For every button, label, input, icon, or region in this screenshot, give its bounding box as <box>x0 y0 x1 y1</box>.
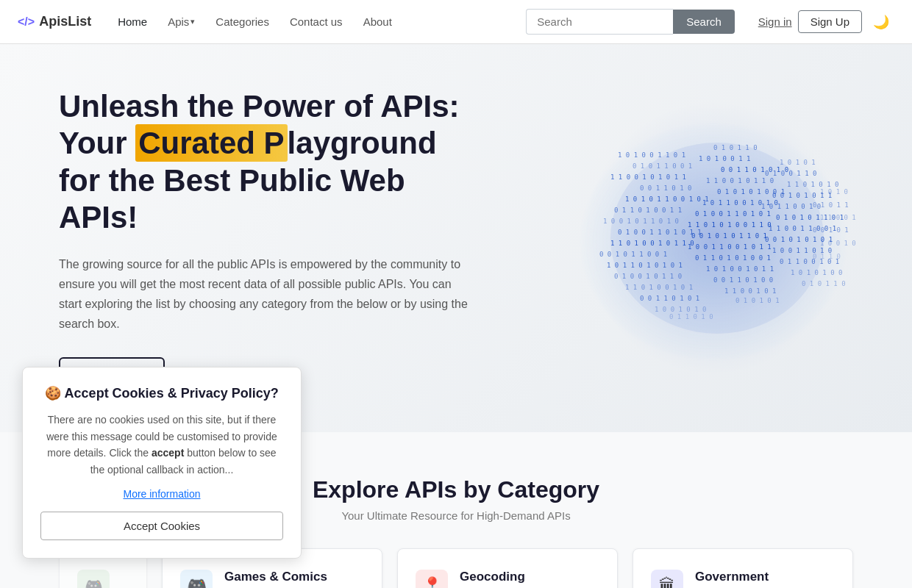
gov-icon-wrap: 🏛 <box>651 570 683 588</box>
cookie-body: There are no cookies used on this site, … <box>40 412 283 478</box>
games-icon-wrap: 🎮 <box>180 570 213 588</box>
cookie-accept-button[interactable]: Accept Cookies <box>40 512 283 540</box>
nav-links: Home Apis Categories Contact us About <box>109 10 401 34</box>
sign-up-button[interactable]: Sign Up <box>798 10 862 33</box>
navbar: </> ApisList Home Apis Categories Contac… <box>0 0 912 44</box>
brand-name: ApisList <box>39 14 91 29</box>
hero-title-line2-pre: Your <box>59 126 135 160</box>
geo-icon-wrap: 📍 <box>416 570 448 588</box>
theme-toggle-button[interactable]: 🌙 <box>868 9 894 35</box>
hero-text: Unleash the Power of APIs: Your Curated … <box>59 88 471 388</box>
hero-visual: 1 0 1 0 0 1 1 0 1 0 1 0 1 1 0 0 1 1 1 0 … <box>559 98 868 378</box>
nav-auth: Sign in Sign Up 🌙 <box>758 9 894 35</box>
nav-categories[interactable]: Categories <box>207 10 278 34</box>
brand-logo[interactable]: </> ApisList <box>18 14 91 29</box>
gov-title: Government <box>695 570 773 584</box>
geo-icon: 📍 <box>422 576 442 588</box>
search-input[interactable] <box>526 9 673 35</box>
cookie-title: 🍪 Accept Cookies & Privacy Policy? <box>40 385 283 401</box>
category-card-geocoding[interactable]: 📍 Geocoding 102 Apis Available <box>397 548 618 588</box>
search-container: Search <box>526 9 735 35</box>
games-icon: 🎮 <box>187 576 207 588</box>
sign-in-link[interactable]: Sign in <box>758 15 792 28</box>
cookie-more-link[interactable]: More information <box>40 488 283 500</box>
games-info: Games & Comics 105 Apis Available <box>224 570 327 588</box>
gov-info: Government 88 Apis Available <box>695 570 773 588</box>
hero-title-highlight: Curated P <box>135 124 287 162</box>
cookie-bold-word: accept <box>152 447 184 459</box>
hero-title: Unleash the Power of APIs: Your Curated … <box>59 88 471 237</box>
partial-icon: 🎮 <box>77 570 110 588</box>
data-blob: 1 0 1 0 0 1 1 0 1 0 1 0 1 1 0 0 1 1 1 0 … <box>559 98 868 378</box>
hero-description: The growing source for all the public AP… <box>59 254 471 334</box>
nav-about[interactable]: About <box>355 10 401 34</box>
games-title: Games & Comics <box>224 570 327 584</box>
nav-home[interactable]: Home <box>109 10 156 34</box>
nav-contact[interactable]: Contact us <box>281 10 352 34</box>
category-card-government[interactable]: 🏛 Government 88 Apis Available <box>633 548 853 588</box>
geo-info: Geocoding 102 Apis Available <box>460 570 543 588</box>
brand-icon: </> <box>18 15 35 29</box>
nav-apis[interactable]: Apis <box>159 10 204 34</box>
hero-title-line1: Unleash the Power of APIs: <box>59 89 460 123</box>
search-button[interactable]: Search <box>673 10 735 34</box>
geo-title: Geocoding <box>460 570 543 584</box>
cookie-banner: 🍪 Accept Cookies & Privacy Policy? There… <box>22 367 302 559</box>
gov-icon: 🏛 <box>659 576 675 588</box>
